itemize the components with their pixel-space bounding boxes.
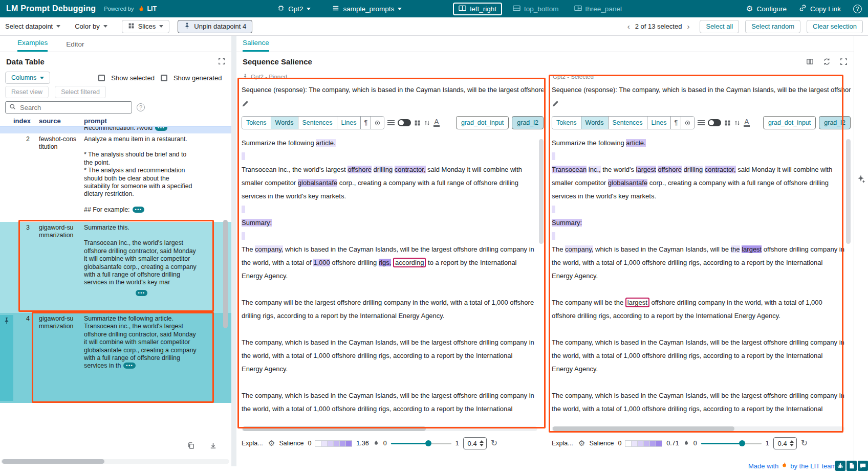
maximize-icon[interactable] [218,58,225,65]
token-circle-icon[interactable] [371,117,384,129]
salience-color-legend [625,440,662,447]
threshold-input[interactable]: 0.4 [773,437,797,449]
panel-vertical-scrollbar[interactable] [846,139,851,244]
panel-horizontal-scrollbar[interactable] [242,426,537,431]
show-generated-checkbox[interactable] [161,75,167,81]
column-header-prompt[interactable]: prompt [81,117,197,124]
method-grad-l2[interactable]: grad_l2 [512,116,544,129]
stepper-arrows-icon[interactable] [480,440,484,446]
table-row-clipped[interactable]: Recommendation: Avoid••• [0,127,231,133]
text-format-icon[interactable]: A [744,119,749,127]
reset-icon[interactable]: ↻ [801,439,808,447]
tab-salience[interactable]: Salience [243,39,269,52]
slider-thumb[interactable] [425,440,431,446]
select-all-button[interactable]: Select all [700,20,739,33]
panel-vertical-scrollbar[interactable] [539,139,544,244]
threshold-slider[interactable] [391,440,451,447]
search-box[interactable] [5,101,132,114]
table-row[interactable]: 2fewshot-constitutionAnalyze a menu item… [0,133,231,222]
salience-text[interactable]: Summarize the following article.Transoce… [242,137,535,416]
vertical-align-icon[interactable] [734,120,741,126]
token-circle-icon[interactable] [681,117,694,129]
color-by-dropdown[interactable]: Color by [75,22,107,30]
slider-thumb[interactable] [739,440,745,446]
granularity-lines[interactable]: Lines [337,117,361,129]
table-row[interactable]: 3gigaword-summarizationSummarize this. T… [0,222,231,313]
documentation-icon[interactable] [847,461,857,471]
column-header-source[interactable]: source [36,117,81,124]
layout-top-bottom-button[interactable]: top_bottom [508,4,563,14]
scrollbar-thumb[interactable] [2,459,104,464]
granularity-words[interactable]: Words [581,117,609,129]
tab-examples[interactable]: Examples [17,39,48,52]
model-selector[interactable]: Gpt2 [277,5,311,13]
layout-left-right-button[interactable]: left_right [453,3,502,15]
scrollbar-thumb[interactable] [553,426,734,431]
reset-view-button[interactable]: Reset view [5,86,49,98]
prev-datapoint-button[interactable]: ‹ [627,22,630,31]
expand-ellipsis-badge[interactable]: ••• [123,363,136,369]
reset-icon[interactable]: ↻ [491,439,497,447]
panel-horizontal-scrollbar[interactable] [552,426,844,431]
method-grad-dot-input[interactable]: grad_dot_input [456,116,509,129]
threshold-input[interactable]: 0.4 [463,437,487,449]
clear-selection-button[interactable]: Clear selection [807,20,863,33]
table-horizontal-scrollbar[interactable] [1,459,229,464]
show-selected-checkbox[interactable] [98,75,105,81]
next-datapoint-button[interactable]: › [687,22,689,31]
paragraph-granularity-icon[interactable]: ¶ [671,117,681,129]
dataset-selector[interactable]: sample_prompts [332,5,402,13]
grid-view-icon[interactable] [724,120,731,126]
focus-toggle[interactable] [398,119,411,126]
select-random-button[interactable]: Select random [745,20,800,33]
granularity-tokens[interactable]: Tokens [242,117,271,129]
granularity-sentences[interactable]: Sentences [609,117,647,129]
granularity-sentences[interactable]: Sentences [298,117,337,129]
maximize-icon[interactable] [840,58,848,65]
method-grad-l2[interactable]: grad_l2 [819,116,851,129]
tab-editor[interactable]: Editor [66,40,84,52]
column-header-index[interactable]: index [13,117,36,124]
focus-toggle[interactable] [708,119,721,126]
expand-ellipsis-badge[interactable]: ••• [155,127,167,131]
expand-ellipsis-badge[interactable]: ••• [136,290,148,296]
feedback-icon[interactable] [858,461,868,471]
granularity-tokens[interactable]: Tokens [552,117,581,129]
unpin-datapoint-button[interactable]: Unpin datapoint 4 [178,20,252,33]
table-vertical-scrollbar[interactable] [223,220,228,328]
sparkle-icon[interactable] [856,174,866,186]
density-icon[interactable] [387,120,395,125]
cycle-icon[interactable] [823,58,831,65]
salience-text[interactable]: Summarize the following article.Transoce… [552,137,845,416]
expand-ellipsis-badge[interactable]: ••• [133,207,145,213]
select-datapoint-dropdown[interactable]: Select datapoint [5,22,60,30]
columns-icon[interactable] [806,58,814,65]
table-row[interactable]: 4gigaword-summarizationSummarize the fol… [0,313,231,403]
edit-sequence-button[interactable] [552,100,559,107]
threshold-slider[interactable] [701,440,762,447]
granularity-words[interactable]: Words [271,117,298,129]
paragraph-granularity-icon[interactable]: ¶ [361,117,371,129]
slices-button[interactable]: Slices [122,20,170,33]
bug-report-icon[interactable] [835,461,845,471]
stepper-arrows-icon[interactable] [790,440,794,446]
granularity-lines[interactable]: Lines [647,117,671,129]
vertical-align-icon[interactable] [424,120,430,126]
copy-link-button[interactable]: Copy Link [799,4,841,13]
columns-button[interactable]: Columns [5,72,50,84]
select-filtered-button[interactable]: Select filtered [55,86,106,98]
method-grad-dot-input[interactable]: grad_dot_input [763,116,816,129]
copy-icon[interactable] [187,442,195,449]
density-icon[interactable] [698,120,705,125]
grid-view-icon[interactable] [414,120,421,126]
gear-icon[interactable]: ⚙ [268,439,275,448]
help-button[interactable]: ? [853,5,862,13]
gear-icon[interactable]: ⚙ [578,439,585,448]
download-icon[interactable] [209,442,217,449]
edit-sequence-button[interactable] [242,100,249,107]
search-input[interactable] [19,103,128,112]
layout-three-panel-button[interactable]: three_panel [570,4,626,14]
scrollbar-thumb[interactable] [243,426,426,431]
configure-button[interactable]: ⚙ Configure [746,4,787,13]
text-format-icon[interactable]: A [433,119,439,127]
